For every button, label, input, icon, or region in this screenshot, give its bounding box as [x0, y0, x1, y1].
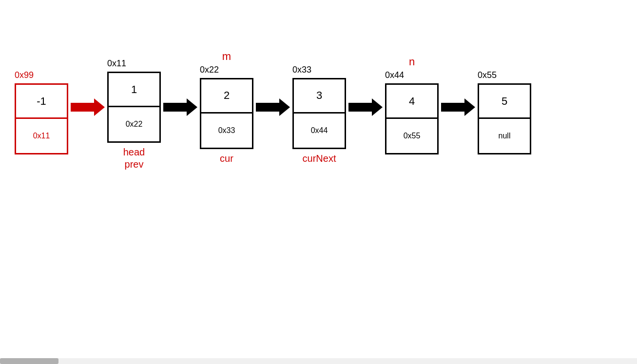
node-0x44: n 0x44 4 0x55 — [385, 70, 439, 158]
node-0x11-label-head: head — [123, 147, 145, 158]
node-0x99-addr: 0x99 — [15, 70, 34, 80]
arrow-4 — [346, 98, 385, 131]
arrow-head-3 — [279, 98, 290, 116]
node-0x33-labels: curNext — [303, 153, 336, 164]
arrow-5 — [439, 98, 478, 131]
node-0x22: m 0x22 2 0x33 cur — [200, 65, 253, 164]
arrow-1 — [68, 98, 107, 131]
node-0x22-addr: 0x22 — [200, 65, 219, 75]
node-0x44-box: 4 0x55 — [385, 83, 439, 154]
node-0x22-next: 0x33 — [201, 114, 252, 148]
arrow-shape-4 — [348, 98, 383, 116]
node-0x33-next: 0x44 — [294, 114, 345, 148]
node-0x99-val: -1 — [16, 85, 67, 119]
node-0x11-labels: head prev — [123, 147, 145, 170]
node-0x11: 0x11 1 0x22 head prev — [107, 58, 161, 170]
node-0x11-next: 0x22 — [109, 107, 159, 141]
node-0x33-val: 3 — [294, 79, 345, 114]
node-0x55-val: 5 — [479, 85, 530, 119]
node-0x99: 0x99 -1 0x11 — [15, 70, 68, 158]
arrow-head-4 — [372, 98, 383, 116]
node-0x99-next: 0x11 — [16, 119, 67, 153]
node-0x44-next: 0x55 — [386, 119, 437, 153]
arrow-head-5 — [464, 98, 475, 116]
node-0x55: 0x55 5 null — [478, 70, 531, 158]
node-0x44-val: 4 — [386, 85, 437, 119]
node-0x44-label-top: n — [409, 56, 415, 68]
arrow-head-2 — [187, 98, 197, 116]
arrow-body-3 — [256, 103, 279, 112]
arrow-shape-3 — [256, 98, 290, 116]
arrow-body-5 — [441, 103, 464, 112]
node-0x11-val: 1 — [109, 73, 159, 107]
node-0x33: 0x33 3 0x44 curNext — [292, 65, 346, 164]
node-0x22-labels: cur — [220, 153, 233, 164]
arrow-shape-5 — [441, 98, 475, 116]
node-0x44-addr: 0x44 — [385, 70, 404, 80]
arrow-3 — [253, 98, 292, 131]
arrow-2 — [161, 98, 200, 131]
node-0x99-box: -1 0x11 — [15, 83, 68, 154]
linked-list-diagram: 0x99 -1 0x11 0x11 1 0x22 head prev — [15, 58, 531, 170]
arrow-head-1 — [94, 98, 105, 116]
arrow-shape-2 — [163, 98, 197, 116]
scrollbar-thumb[interactable] — [0, 358, 58, 364]
arrow-body-2 — [163, 103, 187, 112]
node-0x22-val: 2 — [201, 79, 252, 114]
node-0x22-label-cur: cur — [220, 153, 233, 164]
arrow-body-1 — [71, 103, 94, 112]
node-0x11-addr: 0x11 — [107, 58, 126, 69]
node-0x33-box: 3 0x44 — [292, 78, 346, 149]
scrollbar[interactable] — [0, 358, 637, 364]
node-0x33-addr: 0x33 — [292, 65, 311, 75]
arrow-shape-1 — [71, 98, 105, 116]
node-0x11-label-prev: prev — [125, 159, 144, 170]
node-0x55-next: null — [479, 119, 530, 153]
node-0x55-addr: 0x55 — [478, 70, 497, 80]
arrow-body-4 — [348, 103, 372, 112]
node-0x22-box: 2 0x33 — [200, 78, 253, 149]
node-0x55-box: 5 null — [478, 83, 531, 154]
node-0x11-box: 1 0x22 — [107, 72, 161, 143]
node-0x33-label-curnext: curNext — [303, 153, 336, 164]
node-0x22-label-top: m — [222, 50, 231, 63]
